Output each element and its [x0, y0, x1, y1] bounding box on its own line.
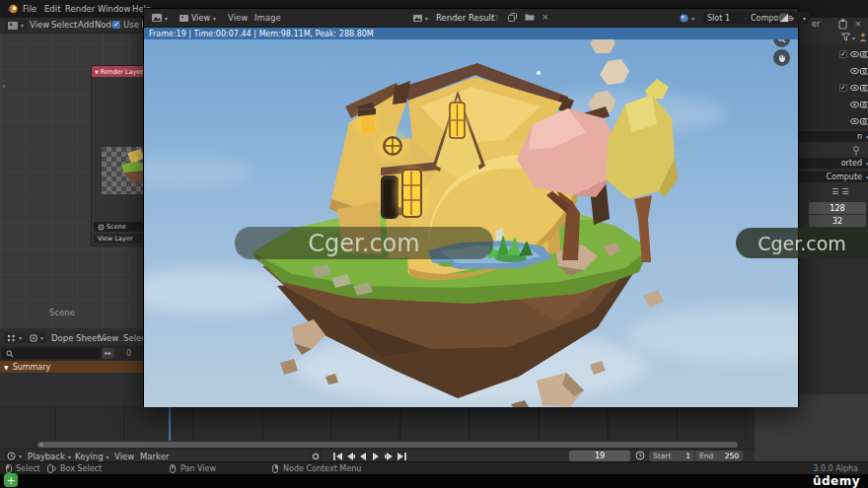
eye-icon[interactable] [850, 101, 859, 108]
sidebar-collapse-arrow[interactable]: ‹ [2, 81, 6, 91]
filter-funnel-icon[interactable] [841, 33, 850, 41]
search-icon [6, 350, 14, 358]
display-transform-dropdown-icon[interactable]: ▾ [791, 15, 794, 22]
channel-search-input[interactable] [2, 348, 107, 359]
render-layers-node[interactable]: ▼ Render Layers Scene View Layer [91, 65, 145, 246]
editor-type-button[interactable]: ▾ [5, 20, 27, 31]
transport-controls [331, 451, 408, 461]
plus-icon: + [6, 475, 15, 486]
pin-icon[interactable] [852, 146, 860, 156]
keying-menu[interactable]: Keying ▾ [75, 452, 108, 461]
next-keyframe-button[interactable] [383, 451, 395, 461]
use-nodes-checkbox[interactable]: ✓ [112, 21, 120, 29]
node-view-layer-field[interactable]: View Layer [94, 234, 145, 244]
current-frame-field[interactable]: 19 [569, 451, 630, 461]
camera-icon[interactable] [860, 50, 868, 58]
eye-icon[interactable] [850, 67, 859, 75]
node-preview-thumbnail [102, 147, 144, 194]
fake-user-icon[interactable]: ○ [491, 13, 498, 22]
menu-file[interactable]: File [23, 4, 36, 14]
clipboard-icon[interactable] [837, 19, 848, 30]
menu-edit[interactable]: Edit [44, 4, 60, 14]
picture-icon [413, 15, 422, 22]
compositor-menu-add[interactable]: Add [78, 20, 94, 30]
image-menu-image[interactable]: Image [254, 13, 281, 23]
camera-icon[interactable] [860, 101, 868, 108]
dope-sheet-menu-view[interactable]: View [99, 333, 118, 343]
filter-count: 0 [126, 349, 131, 358]
pan-gizmo-button[interactable] [773, 49, 790, 66]
auto-keying-button[interactable] [310, 451, 322, 461]
timeline-grid[interactable] [0, 406, 755, 441]
udemy-logo: ûdemy [813, 474, 860, 488]
node-collapse-icon[interactable]: ▼ [95, 69, 99, 75]
jump-to-start-button[interactable] [331, 451, 343, 461]
image-menu-view[interactable]: View [228, 13, 248, 23]
dope-sheet-editor-type-button[interactable]: ▾ [4, 332, 25, 343]
open-image-folder-icon[interactable] [525, 13, 535, 21]
dope-sheet-mode-button[interactable]: ▾ [27, 332, 46, 343]
filter-toggle-button[interactable]: ↔ [102, 348, 114, 359]
timeline-editor-type-button[interactable]: ▾ [4, 451, 25, 461]
compositor-scene-label: Scene [49, 308, 75, 317]
editor-type-button[interactable]: ▾ [149, 12, 171, 24]
menu-window[interactable]: Window [98, 4, 131, 14]
frame-end-field[interactable]: End 250 [695, 451, 743, 461]
camera-icon[interactable] [860, 84, 868, 92]
view-mode-dropdown[interactable]: View ▾ [177, 12, 219, 24]
close-icon[interactable]: × [854, 19, 862, 29]
slot-dropdown[interactable]: Slot 1▾ [703, 12, 753, 24]
filter-dropdown-icon[interactable]: ▾ [852, 35, 855, 41]
selectable-checkbox[interactable]: ✓ [839, 50, 847, 58]
node-header[interactable]: ▼ Render Layers [92, 66, 144, 77]
selectable-checkbox[interactable]: ✓ [839, 84, 847, 92]
eye-icon[interactable] [850, 50, 859, 58]
jump-to-end-button[interactable] [396, 451, 407, 461]
play-reverse-button[interactable] [357, 451, 369, 461]
menu-render[interactable]: Render [65, 4, 95, 14]
camera-icon[interactable] [860, 67, 868, 75]
timeline-scrollbar[interactable] [0, 441, 755, 449]
view-menu[interactable]: View [114, 452, 134, 461]
magnifier-icon [777, 39, 786, 43]
frame-start-field[interactable]: Start 1 [649, 451, 694, 461]
status-pan-view: Pan View [181, 464, 216, 473]
image-datablock-name[interactable]: Render Result [436, 13, 494, 23]
unlink-datablock-icon[interactable]: × [542, 12, 549, 22]
render-stats-bar: Frame:19 | Time:00:07.44 | Mem:98.11M, P… [144, 28, 798, 39]
footer: ûdemy [0, 474, 868, 488]
marker-menu[interactable]: Marker [140, 452, 169, 461]
samples-viewport-field[interactable]: 32 [809, 215, 866, 227]
play-button[interactable] [370, 451, 382, 461]
duplicate-datablock-icon[interactable] [508, 13, 517, 22]
channels-sphere-icon [680, 14, 688, 23]
list-view-icons[interactable]: ☰☰ [832, 187, 851, 196]
compositor-menu-select[interactable]: Select [51, 20, 77, 30]
scrollbar-thumb[interactable] [37, 442, 738, 448]
eye-icon[interactable] [850, 117, 859, 125]
samples-render-field[interactable]: 128 [809, 202, 866, 214]
summary-collapse-icon[interactable]: ▼ [4, 364, 9, 371]
camera-icon[interactable] [860, 117, 868, 125]
status-node-context-menu: Node Context Menu [283, 464, 361, 473]
playback-menu[interactable]: Playback ▾ [28, 452, 71, 461]
compositor-menu-view[interactable]: View [30, 20, 49, 30]
display-transform-icon[interactable] [779, 13, 789, 23]
screencast-key-indicator: + [4, 473, 18, 487]
person-icon[interactable] [859, 33, 867, 41]
lily-pad [439, 262, 453, 267]
eye-icon[interactable] [850, 84, 859, 92]
center-watermark: Cger.com [235, 227, 493, 259]
render-result-window[interactable]: ▾ View ▾ View Image ▾ Render Result ○ × … [143, 8, 799, 407]
render-pass-dropdown[interactable]: Composite▾ [747, 12, 810, 24]
playhead[interactable] [169, 406, 171, 441]
render-image-area[interactable]: Cger.com [144, 39, 798, 407]
previous-keyframe-button[interactable] [344, 451, 356, 461]
use-preview-range-button[interactable] [635, 451, 645, 460]
node-scene-field[interactable]: Scene [94, 222, 145, 232]
mouse-drag-icon [47, 464, 56, 473]
blender-logo-icon[interactable] [6, 3, 19, 15]
image-datablock-icon-dropdown[interactable]: ▾ [410, 12, 431, 24]
scrollbar-knob[interactable] [39, 443, 43, 447]
display-channels-button[interactable]: ▾ [677, 12, 697, 24]
